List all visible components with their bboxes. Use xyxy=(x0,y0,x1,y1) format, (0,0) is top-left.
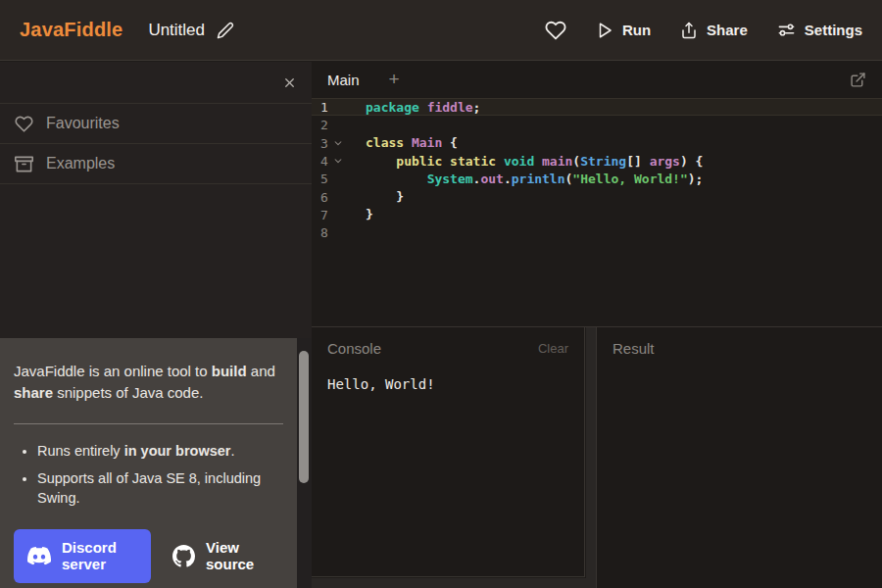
code-text: } xyxy=(366,207,373,221)
text-segment: Supports all of Java SE 8, including Swi… xyxy=(37,470,261,506)
archive-icon xyxy=(15,155,46,173)
code-token: [] xyxy=(626,154,649,169)
header-actions: Run Share Settings xyxy=(545,20,862,41)
heart-icon xyxy=(545,20,566,41)
line-number: 1 xyxy=(320,100,328,115)
sidebar-item-label: Examples xyxy=(46,155,115,172)
fold-chevron-icon[interactable] xyxy=(333,138,343,148)
discord-icon xyxy=(27,547,51,565)
code-token xyxy=(534,154,542,169)
result-panel: Result xyxy=(596,327,882,588)
info-scrollbar-track xyxy=(297,338,312,588)
code-token: class xyxy=(366,135,404,150)
run-label: Run xyxy=(622,22,651,38)
line-gutter: 4 xyxy=(312,152,366,170)
code-line[interactable]: 4 public static void main(String[] args)… xyxy=(312,152,882,170)
line-number: 4 xyxy=(320,154,328,169)
fold-chevron-icon[interactable] xyxy=(333,156,343,166)
console-title: Console xyxy=(327,340,381,357)
console-header: Console Clear xyxy=(312,327,584,357)
run-button[interactable]: Run xyxy=(596,22,651,39)
external-link-icon xyxy=(850,72,866,88)
code-line[interactable]: 8 xyxy=(312,223,882,241)
settings-label: Settings xyxy=(805,22,862,38)
code-token: println xyxy=(512,172,565,186)
line-number: 5 xyxy=(320,172,328,186)
result-header: Result xyxy=(597,327,882,357)
code-text: class Main { xyxy=(366,135,458,150)
view-source-button[interactable]: View source xyxy=(172,539,274,573)
code-token: "Hello, World!" xyxy=(572,172,687,186)
code-token: ; xyxy=(473,100,481,115)
favorite-button[interactable] xyxy=(545,20,566,41)
console-panel: Console Clear Hello, World! xyxy=(312,327,585,577)
code-line[interactable]: 2 xyxy=(312,116,882,133)
settings-button[interactable]: Settings xyxy=(777,21,862,39)
code-token: package xyxy=(366,100,419,115)
play-icon xyxy=(596,22,613,39)
info-bullet: Supports all of Java SE 8, including Swi… xyxy=(37,469,283,508)
code-token: System xyxy=(427,172,473,186)
share-button[interactable]: Share xyxy=(680,22,748,39)
add-tab-button[interactable]: + xyxy=(389,69,400,90)
code-text: System.out.println("Hello, World!"); xyxy=(366,172,703,186)
code-line[interactable]: 7} xyxy=(312,206,882,223)
code-line[interactable]: 3class Main { xyxy=(312,134,882,152)
vertical-resize-handle[interactable] xyxy=(586,327,596,588)
code-line[interactable]: 1package fiddle; xyxy=(312,98,882,116)
line-number: 3 xyxy=(320,135,328,150)
close-sidebar-button[interactable] xyxy=(282,75,297,90)
text-segment: snippets of Java code. xyxy=(53,384,203,401)
sidebar-item-favourites[interactable]: Favourites xyxy=(0,104,312,144)
text-segment: in your browser xyxy=(124,443,231,459)
text-segment: JavaFiddle is an online tool to xyxy=(14,363,212,379)
code-token: ) { xyxy=(680,154,703,169)
divider xyxy=(14,423,283,424)
code-token: ); xyxy=(688,172,704,186)
document-title: Untitled xyxy=(148,21,205,40)
code-token xyxy=(496,154,504,169)
open-external-button[interactable] xyxy=(850,72,866,88)
code-token: . xyxy=(504,172,512,186)
code-text: public static void main(String[] args) { xyxy=(366,154,703,169)
sliders-icon xyxy=(777,21,796,39)
info-intro-text: JavaFiddle is an online tool to build an… xyxy=(14,361,283,404)
line-gutter: 2 xyxy=(312,116,366,133)
code-token xyxy=(419,100,427,115)
line-gutter: 1 xyxy=(312,98,366,116)
line-gutter: 8 xyxy=(312,223,366,241)
horizontal-resize-handle[interactable] xyxy=(312,578,586,588)
code-token xyxy=(366,172,427,186)
discord-button-label: Discord server xyxy=(62,539,130,573)
line-gutter: 3 xyxy=(312,134,366,152)
sidebar-item-examples[interactable]: Examples xyxy=(0,144,312,184)
clear-console-button[interactable]: Clear xyxy=(538,341,568,356)
info-bullet: Runs entirely in your browser. xyxy=(37,442,283,462)
code-line[interactable]: 6 } xyxy=(312,187,882,205)
info-scrollbar-thumb[interactable] xyxy=(299,351,309,483)
close-icon xyxy=(282,75,297,90)
text-segment: share xyxy=(14,384,53,401)
info-buttons: Discord server View source xyxy=(14,529,283,583)
code-area: 1package fiddle;23class Main {4 public s… xyxy=(312,98,882,241)
header: JavaFiddle Untitled Run xyxy=(0,0,882,61)
result-title: Result xyxy=(612,340,655,357)
app-logo[interactable]: JavaFiddle xyxy=(20,19,122,41)
code-token: main xyxy=(542,154,572,169)
tab-main[interactable]: Main xyxy=(327,72,360,88)
info-bullet-list: Runs entirely in your browser.Supports a… xyxy=(14,442,283,509)
line-number: 8 xyxy=(320,225,328,240)
code-line[interactable]: 5 System.out.println("Hello, World!"); xyxy=(312,170,882,187)
sidebar-close-row xyxy=(0,62,312,104)
editor-tabbar: Main + xyxy=(312,61,882,98)
share-icon xyxy=(680,22,698,39)
code-token: out xyxy=(480,172,503,186)
code-token: fiddle xyxy=(427,100,473,115)
discord-server-button[interactable]: Discord server xyxy=(14,529,151,583)
line-number: 2 xyxy=(320,118,328,132)
code-token: static xyxy=(450,154,496,169)
code-token: } xyxy=(366,207,373,221)
text-segment: Runs entirely xyxy=(37,443,124,459)
text-segment: build xyxy=(212,363,247,379)
edit-title-button[interactable] xyxy=(217,22,234,39)
